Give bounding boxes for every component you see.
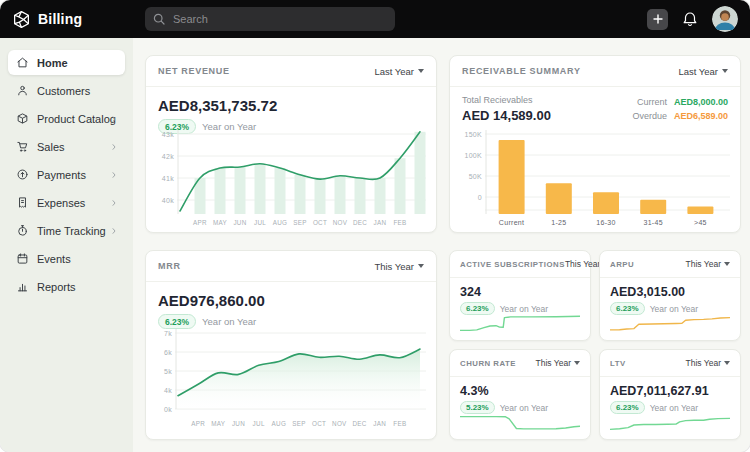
svg-text:50K: 50K — [469, 173, 482, 180]
svg-text:40k: 40k — [162, 197, 174, 204]
svg-text:MAY: MAY — [211, 420, 226, 427]
sidebar-item-payments[interactable]: Payments — [8, 162, 125, 187]
payments-icon — [16, 168, 29, 181]
svg-text:16-30: 16-30 — [596, 219, 615, 226]
home-icon — [16, 56, 29, 69]
chevron-right-icon — [110, 143, 118, 151]
svg-text:31-45: 31-45 — [643, 219, 662, 226]
svg-text:APR: APR — [193, 219, 207, 226]
churn-rate-sparkline — [460, 410, 580, 432]
arpu-card: ARPU This Year AED3,015.00 6.23% Year on… — [599, 250, 741, 341]
add-button[interactable] — [647, 9, 668, 30]
total-receivables-value: AED 14,589.00 — [462, 108, 551, 123]
sidebar-item-label: Payments — [37, 169, 86, 181]
svg-text:0k: 0k — [164, 406, 172, 413]
svg-text:1-25: 1-25 — [551, 219, 566, 226]
active-subscriptions-card: ACTIVE SUBSCRIPTIONS This Year 324 6.23%… — [449, 250, 591, 341]
sidebar-item-product-catalog[interactable]: Product Catalog — [8, 106, 125, 131]
svg-text:150K: 150K — [464, 131, 482, 138]
range-label: Last Year — [678, 66, 718, 77]
chevron-down-icon — [724, 262, 730, 266]
svg-text:OCT: OCT — [312, 420, 326, 427]
brand[interactable]: Billing — [12, 0, 82, 38]
card-header: NET REVENUE Last Year — [146, 56, 436, 87]
user-avatar[interactable] — [712, 6, 738, 32]
receivable-totals: Total Recievables AED 14,589.00 Current … — [450, 87, 740, 124]
chevron-right-icon — [110, 171, 118, 179]
ltv-sparkline — [610, 410, 730, 432]
ltv-card: LTV This Year AED7,011,627.91 6.23% Year… — [599, 349, 741, 440]
svg-text:6k: 6k — [164, 349, 172, 356]
mrr-value: AED976,860.00 — [146, 282, 436, 309]
svg-text:AUG: AUG — [272, 420, 287, 427]
mrr-range-dropdown[interactable]: This Year — [374, 261, 424, 272]
svg-text:Current: Current — [499, 219, 524, 226]
arpu-range-dropdown[interactable]: This Year — [686, 259, 730, 269]
sidebar-item-home[interactable]: Home — [8, 50, 125, 75]
main-content: NET REVENUE Last Year AED8,351,735.72 6.… — [133, 38, 750, 452]
chevron-down-icon — [418, 264, 424, 268]
card-title: NET REVENUE — [158, 66, 230, 76]
active-subscriptions-sparkline — [460, 311, 580, 333]
app-window: Billing — [0, 0, 750, 452]
search-input[interactable] — [171, 12, 387, 26]
current-value: AED8,000.00 — [674, 95, 728, 109]
receivable-summary-card: RECEIVABLE SUMMARY Last Year Total Recie… — [449, 55, 741, 233]
net-revenue-value: AED8,351,735.72 — [146, 87, 436, 114]
svg-text:NOV: NOV — [332, 420, 347, 427]
sidebar-item-label: Events — [37, 253, 71, 265]
sidebar: Home Customers Product Catalog Sales Pay… — [0, 38, 133, 452]
ltv-value: AED7,011,627.91 — [600, 377, 740, 398]
card-header: ARPU This Year — [600, 251, 740, 278]
svg-text:41k: 41k — [162, 175, 174, 182]
time-tracking-stopwatch-icon — [16, 224, 29, 237]
ltv-range-dropdown[interactable]: This Year — [686, 358, 730, 368]
range-label: This Year — [374, 261, 414, 272]
current-label: Current — [637, 95, 667, 109]
net-revenue-chart: 43k42k41k40kAPRMAYJUNJULAUGSEPOCTNOVDECJ… — [154, 128, 428, 228]
topbar: Billing — [0, 0, 750, 38]
card-header: ACTIVE SUBSCRIPTIONS This Year — [450, 251, 590, 278]
sidebar-item-label: Reports — [37, 281, 76, 293]
total-receivables-label: Total Recievables — [462, 95, 551, 105]
svg-text:JUL: JUL — [254, 219, 266, 226]
svg-text:JUN: JUN — [232, 420, 245, 427]
svg-text:4k: 4k — [164, 387, 172, 394]
sidebar-item-reports[interactable]: Reports — [8, 274, 125, 299]
receivable-breakdown: Current AED8,000.00 Overdue AED6,589.00 — [632, 95, 728, 124]
search-icon — [153, 13, 165, 25]
sidebar-item-events[interactable]: Events — [8, 246, 125, 271]
churn-rate-range-dropdown[interactable]: This Year — [536, 358, 580, 368]
search-box[interactable] — [145, 7, 395, 31]
active-subscriptions-value: 324 — [450, 278, 590, 299]
arpu-value: AED3,015.00 — [600, 278, 740, 299]
total-receivables: Total Recievables AED 14,589.00 — [462, 95, 551, 123]
chevron-down-icon — [574, 361, 580, 365]
svg-text:OCT: OCT — [313, 219, 327, 226]
reports-chart-icon — [16, 280, 29, 293]
chevron-right-icon — [110, 227, 118, 235]
chevron-right-icon — [110, 199, 118, 207]
sidebar-item-customers[interactable]: Customers — [8, 78, 125, 103]
receivable-aging-chart: 150K100K50K0Current1-2516-3031-45>45 — [458, 128, 732, 228]
receivable-range-dropdown[interactable]: Last Year — [678, 66, 728, 77]
sidebar-item-sales[interactable]: Sales — [8, 134, 125, 159]
card-title: MRR — [158, 261, 181, 271]
overdue-value: AED6,589.00 — [674, 109, 728, 123]
sidebar-item-time-tracking[interactable]: Time Tracking — [8, 218, 125, 243]
customers-icon — [16, 84, 29, 97]
notifications-bell-icon[interactable] — [682, 11, 698, 27]
svg-text:DEC: DEC — [352, 420, 366, 427]
card-title: LTV — [610, 359, 626, 368]
svg-text:JAN: JAN — [373, 420, 386, 427]
svg-text:NOV: NOV — [333, 219, 348, 226]
svg-text:JUL: JUL — [253, 420, 265, 427]
range-label: Last Year — [374, 66, 414, 77]
range-label: This Year — [536, 358, 571, 368]
net-revenue-range-dropdown[interactable]: Last Year — [374, 66, 424, 77]
sidebar-item-expenses[interactable]: Expenses — [8, 190, 125, 215]
svg-text:AUG: AUG — [273, 219, 288, 226]
expenses-receipt-icon — [16, 196, 29, 209]
chevron-down-icon — [418, 69, 424, 73]
arpu-sparkline — [610, 311, 730, 333]
